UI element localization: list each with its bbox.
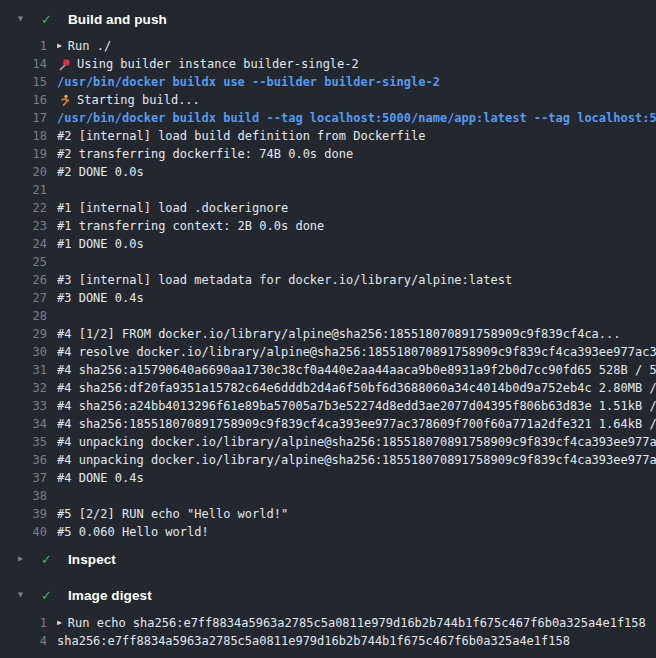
log-lines-build-and-push: 1▶Run ./14Using builder instance builder…: [0, 37, 656, 541]
expand-group-icon[interactable]: ▶: [57, 42, 62, 50]
log-text: #4 [1/2] FROM docker.io/library/alpine@s…: [57, 325, 621, 343]
log-text: #4 unpacking docker.io/library/alpine@sh…: [57, 451, 656, 469]
log-line: 14Using builder instance builder-single-…: [0, 55, 656, 73]
chevron-right-icon[interactable]: ▶: [18, 555, 28, 563]
log-message: #3 [internal] load metadata for docker.i…: [57, 271, 512, 289]
log-text: #4 sha256:a15790640a6690aa1730c38cf0a440…: [57, 361, 656, 379]
log-text: #1 [internal] load .dockerignore: [57, 199, 288, 217]
log-line: 29#4 [1/2] FROM docker.io/library/alpine…: [0, 325, 656, 343]
log-message: Starting build...: [77, 91, 200, 109]
line-number[interactable]: 38: [0, 487, 47, 505]
log-text: #5 [2/2] RUN echo "Hello world!": [57, 505, 288, 523]
log-text: ▶Run echo sha256:e7ff8834a5963a2785c5a08…: [57, 614, 646, 632]
log-message: #4 unpacking docker.io/library/alpine@sh…: [57, 433, 656, 451]
log-line: 40#5 0.060 Hello world!: [0, 523, 656, 541]
line-number[interactable]: 18: [0, 127, 47, 145]
log-lines-image-digest: 1▶Run echo sha256:e7ff8834a5963a2785c5a0…: [0, 614, 656, 650]
success-check-icon: ✓: [41, 13, 55, 26]
log-text: #1 transferring context: 2B 0.0s done: [57, 217, 324, 235]
section-title-build-and-push: Build and push: [68, 12, 167, 27]
success-check-icon: ✓: [41, 553, 55, 566]
log-message: #4 DONE 0.4s: [57, 469, 144, 487]
line-number[interactable]: 31: [0, 361, 47, 379]
line-number[interactable]: 37: [0, 469, 47, 487]
log-text: ▶Run ./: [57, 37, 111, 55]
log-line: 39#5 [2/2] RUN echo "Hello world!": [0, 505, 656, 523]
log-message: #5 [2/2] RUN echo "Hello world!": [57, 505, 288, 523]
log-message: /usr/bin/docker buildx use --builder bui…: [57, 73, 440, 91]
log-line: 35#4 unpacking docker.io/library/alpine@…: [0, 433, 656, 451]
line-number[interactable]: 32: [0, 379, 47, 397]
line-number[interactable]: 22: [0, 199, 47, 217]
log-line: 20#2 DONE 0.0s: [0, 163, 656, 181]
log-text: /usr/bin/docker buildx use --builder bui…: [57, 73, 440, 91]
chevron-down-icon[interactable]: ▼: [18, 591, 28, 599]
line-number[interactable]: 23: [0, 217, 47, 235]
section-title-image-digest: Image digest: [68, 588, 152, 603]
line-number[interactable]: 36: [0, 451, 47, 469]
log-text: #4 DONE 0.4s: [57, 469, 144, 487]
log-text: #4 sha256:df20fa9351a15782c64e6dddb2d4a6…: [57, 379, 656, 397]
log-line: 38: [0, 487, 656, 505]
log-line: 37#4 DONE 0.4s: [0, 469, 656, 487]
log-line: 25: [0, 253, 656, 271]
line-number[interactable]: 29: [0, 325, 47, 343]
line-number[interactable]: 27: [0, 289, 47, 307]
line-number[interactable]: 28: [0, 307, 47, 325]
log-line: 22#1 [internal] load .dockerignore: [0, 199, 656, 217]
log-line: 21: [0, 181, 656, 199]
line-number[interactable]: 4: [0, 632, 47, 650]
log-line: 26#3 [internal] load metadata for docker…: [0, 271, 656, 289]
line-number[interactable]: 24: [0, 235, 47, 253]
line-number[interactable]: 39: [0, 505, 47, 523]
line-number[interactable]: 35: [0, 433, 47, 451]
log-line: 33#4 sha256:a24bb4013296f61e89ba57005a7b…: [0, 397, 656, 415]
line-number[interactable]: 14: [0, 55, 47, 73]
log-message: #2 [internal] load build definition from…: [57, 127, 425, 145]
section-header-image-digest[interactable]: ▼ ✓ Image digest: [0, 584, 656, 606]
line-number[interactable]: 19: [0, 145, 47, 163]
log-line: 30#4 resolve docker.io/library/alpine@sh…: [0, 343, 656, 361]
section-header-inspect[interactable]: ▶ ✓ Inspect: [0, 548, 656, 570]
line-number[interactable]: 34: [0, 415, 47, 433]
log-line: 18#2 [internal] load build definition fr…: [0, 127, 656, 145]
section-header-build-and-push[interactable]: ▼ ✓ Build and push: [0, 8, 656, 30]
line-number[interactable]: 30: [0, 343, 47, 361]
chevron-down-icon[interactable]: ▼: [18, 15, 28, 23]
pushpin-icon: [57, 58, 71, 71]
log-message: #4 sha256:a24bb4013296f61e89ba57005a7b3e…: [57, 397, 656, 415]
line-number[interactable]: 1: [0, 37, 47, 55]
log-text: #3 DONE 0.4s: [57, 289, 144, 307]
log-text: #2 [internal] load build definition from…: [57, 127, 425, 145]
log-line: 17/usr/bin/docker buildx build --tag loc…: [0, 109, 656, 127]
log-text: /usr/bin/docker buildx build --tag local…: [57, 109, 656, 127]
log-text: #4 unpacking docker.io/library/alpine@sh…: [57, 433, 656, 451]
log-message: #4 [1/2] FROM docker.io/library/alpine@s…: [57, 325, 621, 343]
log-line: 31#4 sha256:a15790640a6690aa1730c38cf0a4…: [0, 361, 656, 379]
log-line: 16Starting build...: [0, 91, 656, 109]
line-number[interactable]: 25: [0, 253, 47, 271]
line-number[interactable]: 20: [0, 163, 47, 181]
line-number[interactable]: 26: [0, 271, 47, 289]
log-text: #1 DONE 0.0s: [57, 235, 144, 253]
log-message: Run ./: [68, 37, 111, 55]
line-number[interactable]: 17: [0, 109, 47, 127]
log-message: sha256:e7ff8834a5963a2785c5a0811e979d16b…: [57, 632, 570, 650]
line-number[interactable]: 1: [0, 614, 47, 632]
log-line: 36#4 unpacking docker.io/library/alpine@…: [0, 451, 656, 469]
line-number[interactable]: 21: [0, 181, 47, 199]
log-text: #2 transferring dockerfile: 74B 0.0s don…: [57, 145, 353, 163]
log-message: #4 sha256:a15790640a6690aa1730c38cf0a440…: [57, 361, 656, 379]
log-text: #4 sha256:a24bb4013296f61e89ba57005a7b3e…: [57, 397, 656, 415]
expand-group-icon[interactable]: ▶: [57, 619, 62, 627]
log-line: 28: [0, 307, 656, 325]
log-message: #1 transferring context: 2B 0.0s done: [57, 217, 324, 235]
line-number[interactable]: 40: [0, 523, 47, 541]
line-number[interactable]: 16: [0, 91, 47, 109]
log-text: #5 0.060 Hello world!: [57, 523, 209, 541]
line-number[interactable]: 33: [0, 397, 47, 415]
log-text: #4 resolve docker.io/library/alpine@sha2…: [57, 343, 656, 361]
log-line: 27#3 DONE 0.4s: [0, 289, 656, 307]
log-message: #4 unpacking docker.io/library/alpine@sh…: [57, 451, 656, 469]
line-number[interactable]: 15: [0, 73, 47, 91]
